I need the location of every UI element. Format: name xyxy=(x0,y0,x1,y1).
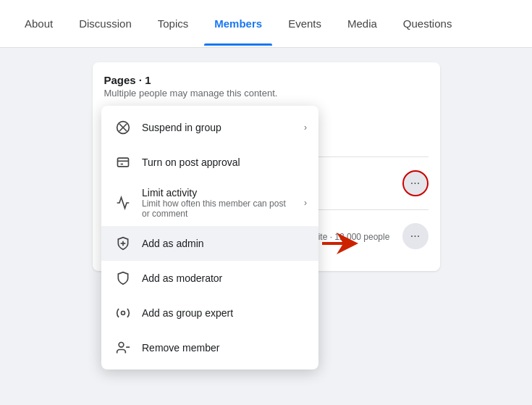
post-approval-icon xyxy=(113,152,133,172)
add-moderator-label: Add as moderator xyxy=(142,272,307,284)
add-admin-label: Add as admin xyxy=(142,238,307,249)
menu-item-remove-member[interactable]: Remove member xyxy=(101,330,318,365)
svg-point-6 xyxy=(119,343,124,348)
svg-rect-1 xyxy=(118,158,129,167)
top-nav: About Discussion Topics Members Events M… xyxy=(0,0,532,48)
add-expert-label: Add as group expert xyxy=(142,307,307,319)
remove-member-icon xyxy=(113,338,133,358)
suspend-text: Suspend in group xyxy=(142,122,295,133)
nav-item-events[interactable]: Events xyxy=(278,1,332,46)
pages-section-subtitle: Multiple people may manage this content. xyxy=(104,88,428,99)
nav-item-discussion[interactable]: Discussion xyxy=(69,1,142,46)
svg-marker-4 xyxy=(322,233,358,254)
add-expert-text: Add as group expert xyxy=(142,307,307,319)
add-admin-icon xyxy=(113,233,133,254)
nav-item-topics[interactable]: Topics xyxy=(148,1,199,46)
svg-point-5 xyxy=(122,312,125,315)
menu-item-post-approval[interactable]: Turn on post approval xyxy=(101,145,318,180)
add-moderator-icon xyxy=(113,268,133,288)
context-menu: Suspend in group › Turn on post approval xyxy=(101,106,318,369)
pages-section-title: Pages · 1 xyxy=(104,74,428,86)
member-options-button-ching[interactable]: ··· xyxy=(402,170,428,196)
nav-item-members[interactable]: Members xyxy=(204,1,272,46)
limit-activity-icon xyxy=(113,193,133,213)
suspend-chevron: › xyxy=(304,122,307,133)
remove-member-label: Remove member xyxy=(142,342,307,354)
nav-item-media[interactable]: Media xyxy=(337,1,387,46)
limit-activity-chevron: › xyxy=(304,198,307,208)
limit-activity-sublabel: Limit how often this member can post or … xyxy=(142,199,295,219)
menu-item-add-moderator[interactable]: Add as moderator xyxy=(101,261,318,296)
suspend-label: Suspend in group xyxy=(142,122,295,133)
suspend-icon xyxy=(113,117,133,138)
add-admin-text: Add as admin xyxy=(142,238,307,249)
limit-activity-text: Limit activity Limit how often this memb… xyxy=(142,187,295,219)
nav-item-about[interactable]: About xyxy=(14,1,63,46)
red-arrow-indicator xyxy=(322,233,358,254)
add-moderator-text: Add as moderator xyxy=(142,272,307,284)
post-approval-text: Turn on post approval xyxy=(142,156,307,168)
main-content: Pages · 1 Multiple people may manage thi… xyxy=(0,48,532,285)
limit-activity-label: Limit activity xyxy=(142,187,295,199)
member-options-button-blogging[interactable]: ··· xyxy=(402,223,428,249)
add-expert-icon xyxy=(113,303,133,323)
menu-item-limit-activity[interactable]: Limit activity Limit how often this memb… xyxy=(101,180,318,226)
menu-item-suspend[interactable]: Suspend in group › xyxy=(101,110,318,145)
remove-member-text: Remove member xyxy=(142,342,307,354)
post-approval-label: Turn on post approval xyxy=(142,156,307,168)
menu-item-add-admin[interactable]: Add as admin xyxy=(101,226,318,261)
nav-item-questions[interactable]: Questions xyxy=(393,1,463,46)
menu-item-add-expert[interactable]: Add as group expert xyxy=(101,296,318,330)
